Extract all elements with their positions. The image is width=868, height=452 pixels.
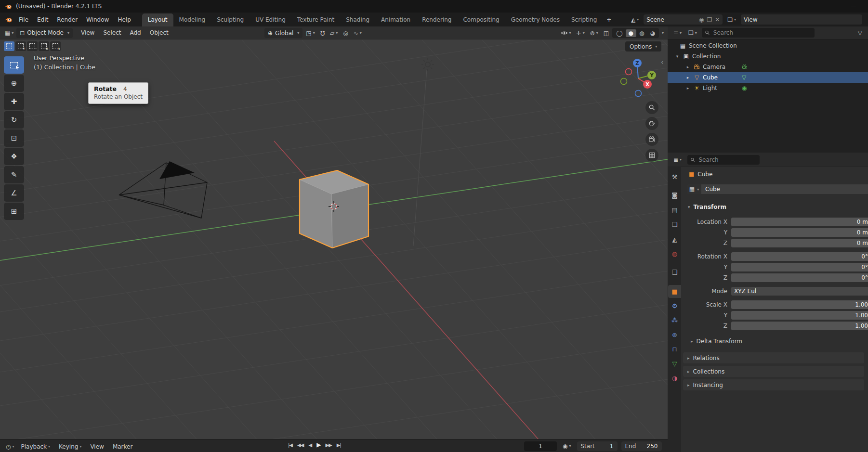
tab-material[interactable]: ◑ — [668, 372, 681, 385]
outliner-row-light[interactable]: ▸ ☀ Light ◉ — [668, 83, 868, 93]
timeline-editor-type-button[interactable]: ◷ — [4, 441, 16, 452]
mesh-data-icon[interactable]: ▽ — [742, 74, 746, 81]
frame-start-field[interactable]: Start1 — [577, 441, 618, 451]
tool-measure[interactable]: ∠ — [4, 184, 24, 202]
relations-section[interactable]: ▸ Relations — [683, 352, 864, 363]
toggle-xray-button[interactable]: ◫ — [602, 28, 611, 38]
tab-modeling[interactable]: Modeling — [173, 13, 211, 26]
tool-cursor[interactable]: ⊕ — [4, 75, 24, 92]
menu-help[interactable]: Help — [113, 16, 135, 23]
tab-shading[interactable]: Shading — [340, 13, 375, 26]
next-keyframe-button[interactable]: ▶▶ — [325, 442, 331, 448]
shading-dropdown-icon[interactable] — [662, 31, 664, 35]
properties-search-input[interactable] — [697, 156, 757, 164]
frame-end-field[interactable]: End250 — [621, 441, 662, 451]
object-name-field[interactable]: Cube — [701, 184, 868, 194]
visibility-dropdown-button[interactable] — [559, 28, 573, 38]
tool-add-cube[interactable]: ⊞ — [4, 203, 24, 220]
new-scene-icon[interactable]: ❐ — [707, 16, 712, 23]
snap-toggle-button[interactable]: Ω — [318, 28, 327, 38]
tab-uv-editing[interactable]: UV Editing — [250, 13, 291, 26]
tab-output[interactable]: ▤ — [668, 204, 681, 217]
sidebar-collapse-icon[interactable]: ‹ — [661, 58, 664, 66]
zoom-button[interactable] — [645, 101, 658, 114]
select-mode-extend-button[interactable]: + — [15, 41, 26, 51]
location-x-field[interactable]: 0 m — [731, 218, 868, 226]
current-frame-field[interactable]: 1 — [524, 441, 557, 451]
shading-rendered-button[interactable]: ◕ — [647, 29, 658, 37]
tab-physics[interactable]: ⊚ — [668, 328, 681, 341]
transform-section-header[interactable]: ▾ Transform — [688, 201, 868, 213]
rotation-mode-dropdown[interactable]: XYZ Eul — [731, 287, 868, 296]
viewport-menu-select[interactable]: Select — [99, 29, 125, 36]
jump-to-end-button[interactable]: ▶| — [337, 442, 341, 448]
tab-world[interactable]: ◍ — [668, 247, 681, 260]
expand-icon[interactable]: ▸ — [685, 86, 691, 90]
tool-annotate[interactable]: ✎ — [4, 166, 24, 183]
outliner-row-collection[interactable]: ▾ ▣ Collection — [668, 51, 868, 62]
properties-editor-type-button[interactable]: ≣ — [671, 155, 684, 165]
transform-orientation-selector[interactable]: ⊕ Global — [264, 28, 302, 38]
outliner-search-input[interactable] — [712, 29, 812, 37]
editor-type-button[interactable]: ▦ — [3, 28, 15, 38]
pivot-point-button[interactable]: ◳ — [304, 28, 316, 38]
light-object[interactable] — [421, 58, 434, 71]
timeline-menu-view[interactable]: View — [86, 443, 107, 450]
menu-edit[interactable]: Edit — [33, 16, 53, 23]
ortho-toggle-button[interactable] — [645, 149, 658, 162]
tab-texture-paint[interactable]: Texture Paint — [291, 13, 340, 26]
axis-minus-x[interactable] — [626, 69, 632, 75]
close-icon[interactable]: ✕ — [715, 16, 720, 23]
tab-rendering[interactable]: Rendering — [416, 13, 457, 26]
scale-x-field[interactable]: 1.00 — [731, 300, 868, 309]
tab-object-data[interactable]: ▽ — [668, 357, 681, 370]
tab-render[interactable]: ◙ — [668, 189, 681, 202]
tab-constraints[interactable]: ⊓ — [668, 343, 681, 356]
camera-data-icon[interactable] — [742, 64, 748, 70]
properties-search[interactable] — [687, 155, 760, 165]
outliner-row-camera[interactable]: ▸ Camera — [668, 62, 868, 72]
collapse-icon[interactable]: ▾ — [674, 54, 680, 59]
scale-z-field[interactable]: 1.00 — [731, 322, 868, 330]
axis-minus-y[interactable] — [621, 78, 627, 85]
tab-geometry-nodes[interactable]: Geometry Nodes — [505, 13, 566, 26]
timeline-menu-playback[interactable]: Playback — [17, 443, 54, 450]
select-mode-subtract-button[interactable]: − — [27, 41, 38, 51]
browse-object-button[interactable]: ▦ — [687, 184, 701, 194]
timeline-menu-keying[interactable]: Keying — [55, 443, 85, 450]
shading-wireframe-button[interactable]: ◯ — [613, 29, 625, 37]
play-reverse-button[interactable]: ◀ — [308, 442, 312, 448]
menu-file[interactable]: File — [14, 16, 33, 23]
scene-selector[interactable]: Scene ◉ ❐ ✕ — [644, 14, 723, 25]
pin-icon[interactable]: ◉ — [699, 16, 704, 23]
menu-window[interactable]: Window — [82, 16, 113, 23]
instancing-section[interactable]: ▸ Instancing — [683, 379, 864, 390]
scale-y-field[interactable]: 1.00 — [731, 311, 868, 320]
tab-layout[interactable]: Layout — [142, 13, 173, 26]
show-gizmo-button[interactable]: ✛ — [575, 28, 587, 38]
expand-icon[interactable]: ▸ — [685, 65, 691, 69]
select-mode-new-button[interactable] — [4, 41, 14, 51]
blender-menu-icon[interactable] — [5, 16, 13, 24]
view-layer-icon[interactable]: ❏ — [725, 14, 738, 25]
tab-collection[interactable]: ❑ — [668, 266, 681, 279]
shading-solid-button[interactable]: ● — [626, 29, 636, 37]
menu-render[interactable]: Render — [53, 16, 82, 23]
play-button[interactable]: ▶ — [316, 441, 320, 448]
outliner-row-cube[interactable]: ▸ ▽ Cube ▽ — [668, 72, 868, 83]
tab-scripting[interactable]: Scripting — [566, 13, 603, 26]
navigation-gizmo[interactable]: Z Y X — [618, 57, 658, 98]
minimize-button[interactable]: — — [843, 3, 863, 10]
tool-scale[interactable]: ⊡ — [4, 129, 24, 147]
location-y-field[interactable]: 0 m — [731, 228, 868, 237]
tab-sculpting[interactable]: Sculpting — [211, 13, 250, 26]
add-workspace-button[interactable]: + — [603, 13, 615, 26]
mode-selector[interactable]: ◻ Object Mode — [16, 28, 73, 38]
show-overlays-button[interactable]: ⊚ — [588, 28, 600, 38]
filter-icon[interactable]: ▽ — [856, 28, 864, 38]
options-button[interactable]: Options — [625, 41, 661, 52]
scene-icon[interactable]: ◭ — [629, 14, 641, 25]
camera-view-button[interactable] — [645, 133, 658, 146]
camera-object[interactable] — [119, 161, 207, 218]
tool-move[interactable]: ✚ — [4, 93, 24, 110]
